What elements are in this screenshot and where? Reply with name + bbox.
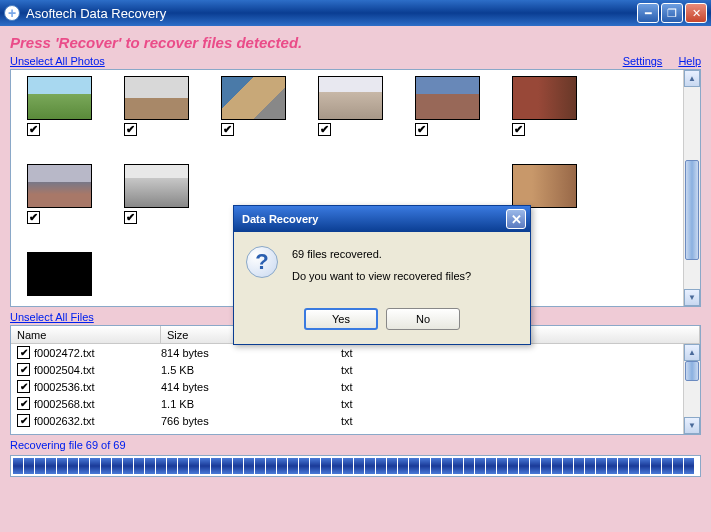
dialog-close-button[interactable]: ✕: [506, 209, 526, 229]
file-size: 814 bytes: [161, 347, 341, 359]
file-name: f0002632.txt: [34, 415, 161, 427]
file-ext: txt: [341, 398, 521, 410]
file-size: 414 bytes: [161, 381, 341, 393]
photo-checkbox[interactable]: ✔: [512, 123, 525, 136]
photo-thumb[interactable]: ✔: [415, 76, 480, 136]
photo-checkbox[interactable]: ✔: [27, 211, 40, 224]
photo-thumb[interactable]: [27, 252, 92, 296]
recovery-dialog: Data Recovery ✕ ? 69 files recovered. Do…: [233, 205, 531, 345]
no-button[interactable]: No: [386, 308, 460, 330]
photo-checkbox[interactable]: ✔: [318, 123, 331, 136]
dialog-titlebar: Data Recovery ✕: [234, 206, 530, 232]
scroll-thumb[interactable]: [685, 361, 699, 381]
file-name: f0002536.txt: [34, 381, 161, 393]
photo-thumb[interactable]: ✔: [221, 76, 286, 136]
file-row[interactable]: ✔f0002504.txt1.5 KBtxt: [11, 361, 700, 378]
file-name: f0002504.txt: [34, 364, 161, 376]
photo-checkbox[interactable]: ✔: [415, 123, 428, 136]
dialog-message-2: Do you want to view recovered files?: [292, 270, 518, 282]
file-ext: txt: [341, 381, 521, 393]
file-row[interactable]: ✔f0002472.txt814 bytestxt: [11, 344, 700, 361]
file-size: 1.5 KB: [161, 364, 341, 376]
photo-checkbox[interactable]: ✔: [221, 123, 234, 136]
file-size: 1.1 KB: [161, 398, 341, 410]
progress-bar: [10, 455, 701, 477]
file-name: f0002568.txt: [34, 398, 161, 410]
file-ext: txt: [341, 415, 521, 427]
photo-thumb[interactable]: ✔: [318, 76, 383, 136]
photo-thumb[interactable]: ✔: [27, 76, 92, 136]
photo-checkbox[interactable]: ✔: [124, 123, 137, 136]
minimize-button[interactable]: ━: [637, 3, 659, 23]
scroll-thumb[interactable]: [685, 160, 699, 260]
file-checkbox[interactable]: ✔: [17, 380, 30, 393]
photo-scrollbar[interactable]: ▲ ▼: [683, 70, 700, 306]
help-link[interactable]: Help: [678, 55, 701, 67]
file-row[interactable]: ✔f0002536.txt414 bytestxt: [11, 378, 700, 395]
file-checkbox[interactable]: ✔: [17, 414, 30, 427]
file-checkbox[interactable]: ✔: [17, 363, 30, 376]
app-icon: +: [4, 5, 20, 21]
file-ext: txt: [341, 364, 521, 376]
file-scrollbar[interactable]: ▲ ▼: [683, 344, 700, 434]
scroll-up-button[interactable]: ▲: [684, 70, 700, 87]
app-title: Asoftech Data Recovery: [26, 6, 637, 21]
file-ext: txt: [341, 347, 521, 359]
scroll-down-button[interactable]: ▼: [684, 417, 700, 434]
photo-checkbox[interactable]: ✔: [124, 211, 137, 224]
photo-thumb[interactable]: ✔: [512, 76, 577, 136]
titlebar: + Asoftech Data Recovery ━ ❐ ✕: [0, 0, 711, 26]
question-icon: ?: [246, 246, 278, 278]
yes-button[interactable]: Yes: [304, 308, 378, 330]
unselect-files-link[interactable]: Unselect All Files: [10, 311, 94, 323]
maximize-button[interactable]: ❐: [661, 3, 683, 23]
dialog-title: Data Recovery: [238, 213, 506, 225]
photo-thumb[interactable]: ✔: [124, 76, 189, 136]
scroll-down-button[interactable]: ▼: [684, 289, 700, 306]
file-size: 766 bytes: [161, 415, 341, 427]
settings-link[interactable]: Settings: [623, 55, 663, 67]
instruction-text: Press 'Recover' to recover files detecte…: [10, 34, 701, 51]
file-name: f0002472.txt: [34, 347, 161, 359]
scroll-up-button[interactable]: ▲: [684, 344, 700, 361]
photo-thumb[interactable]: ✔: [27, 164, 92, 224]
file-row[interactable]: ✔f0002568.txt1.1 KBtxt: [11, 395, 700, 412]
file-checkbox[interactable]: ✔: [17, 397, 30, 410]
photo-thumb[interactable]: ✔: [124, 164, 189, 224]
photo-checkbox[interactable]: ✔: [27, 123, 40, 136]
unselect-photos-link[interactable]: Unselect All Photos: [10, 55, 105, 67]
file-checkbox[interactable]: ✔: [17, 346, 30, 359]
file-row[interactable]: ✔f0002632.txt766 bytestxt: [11, 412, 700, 429]
column-header-name[interactable]: Name: [11, 326, 161, 343]
dialog-message-1: 69 files recovered.: [292, 248, 518, 260]
close-button[interactable]: ✕: [685, 3, 707, 23]
status-text: Recovering file 69 of 69: [10, 439, 701, 451]
